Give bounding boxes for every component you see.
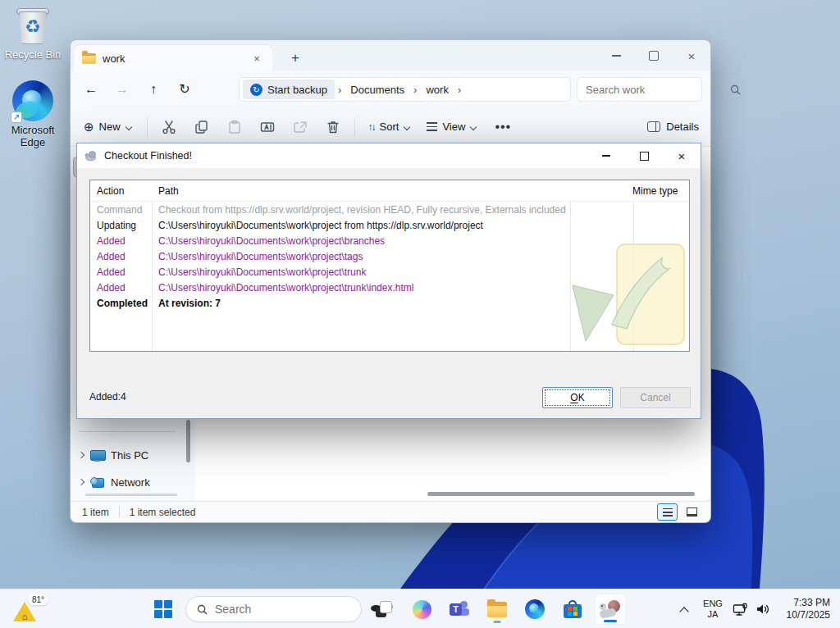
sidebar-item-this-pc[interactable]: This PC — [71, 445, 189, 465]
running-indicator — [494, 621, 501, 623]
column-header-mime-type[interactable]: Mime type — [626, 185, 689, 197]
store-icon — [564, 600, 582, 618]
this-pc-icon — [90, 450, 104, 461]
taskbar-clock[interactable]: 7:33 PM 10/7/2025 — [776, 597, 835, 621]
clock-date: 10/7/2025 — [776, 609, 830, 621]
view-button[interactable]: View — [418, 121, 485, 133]
dialog-table-rows: CommandCheckout from https://dlp.srv.wor… — [90, 202, 689, 311]
temperature-badge: 81° — [28, 594, 48, 605]
address-bar[interactable]: ↻ Start backup › Documents › work › — [239, 77, 571, 102]
network-tray-icon[interactable] — [730, 597, 750, 621]
new-tab-button[interactable]: + — [285, 50, 305, 66]
col-action: Added — [90, 235, 152, 247]
copilot-button[interactable] — [406, 594, 437, 625]
col-action: Added — [90, 266, 152, 278]
language-indicator[interactable]: ENG JA — [699, 598, 727, 620]
col-action: Added — [90, 251, 152, 262]
thumbnail-view-toggle[interactable] — [682, 503, 702, 521]
dialog-table-row[interactable]: CommandCheckout from https://dlp.srv.wor… — [90, 202, 689, 217]
recycle-symbol-icon: ♻ — [14, 15, 52, 39]
dialog-table-row[interactable]: AddedC:\Users\hiroyuki\Documents\work\pr… — [90, 264, 689, 280]
forward-button[interactable]: → — [112, 80, 133, 99]
cancel-button[interactable]: Cancel — [620, 387, 691, 408]
dialog-table-row[interactable]: CompletedAt revision: 7 — [90, 295, 689, 311]
edge-icon — [525, 599, 545, 619]
checkout-result-list[interactable]: Action Path Mime type CommandCheckout fr… — [89, 180, 690, 352]
taskbar-search-input[interactable] — [215, 603, 363, 616]
dialog-minimize-button[interactable] — [587, 143, 625, 168]
desktop-icon-recycle-bin[interactable]: ♻ Recycle Bin — [3, 7, 62, 61]
dialog-table-row[interactable]: AddedC:\Users\hiroyuki\Documents\work\pr… — [90, 248, 689, 264]
breadcrumb-work[interactable]: work — [420, 84, 454, 96]
refresh-button[interactable]: ↻ — [174, 80, 195, 99]
clipboard-icon — [226, 119, 243, 135]
ok-button[interactable]: OK — [542, 387, 613, 408]
list-header-row[interactable]: Action Path Mime type — [90, 180, 689, 202]
tab-close-icon[interactable]: × — [249, 52, 264, 65]
paste-button[interactable] — [218, 114, 251, 140]
delete-button[interactable] — [317, 114, 349, 140]
desktop-icon-label: Microsoft Edge — [3, 124, 62, 148]
window-close-button[interactable]: × — [673, 40, 710, 71]
explorer-status-bar: 1 item 1 item selected — [71, 501, 710, 522]
up-button[interactable]: ↑ — [143, 80, 164, 99]
more-options-button[interactable]: ••• — [485, 120, 521, 134]
dialog-close-button[interactable]: × — [663, 143, 701, 168]
taskbar-search-box[interactable] — [185, 596, 362, 622]
col-action: Updating — [90, 220, 152, 231]
new-button[interactable]: ⊕ New — [71, 120, 142, 134]
start-button[interactable] — [148, 594, 179, 625]
taskbar-weather-widget[interactable]: 81° — [11, 596, 49, 622]
tortoisesvn-icon — [84, 150, 98, 162]
chevron-down-icon — [126, 124, 132, 130]
chevron-expand-icon[interactable] — [78, 452, 84, 458]
share-button[interactable] — [284, 114, 317, 140]
window-maximize-button[interactable] — [635, 40, 673, 71]
explorer-tab-work[interactable]: work × — [74, 45, 272, 71]
rename-button[interactable] — [251, 114, 284, 140]
col-path: C:\Users\hiroyuki\Documents\work\project… — [152, 251, 626, 262]
sort-button[interactable]: ↑↓ Sort — [360, 121, 419, 133]
column-header-path[interactable]: Path — [152, 185, 626, 197]
edge-button[interactable] — [519, 594, 550, 625]
dialog-title-bar[interactable]: Checkout Finished! × — [77, 143, 701, 168]
microsoft-store-button[interactable] — [557, 594, 588, 625]
copy-button[interactable] — [185, 114, 218, 140]
dialog-table-row[interactable]: AddedC:\Users\hiroyuki\Documents\work\pr… — [90, 233, 689, 248]
navpane-horizontal-scrollbar[interactable] — [85, 494, 177, 496]
summary-text: Added:4 — [89, 391, 126, 403]
file-area-horizontal-scrollbar[interactable] — [427, 492, 695, 496]
language-line1: ENG — [699, 598, 727, 609]
desktop-icon-microsoft-edge[interactable]: ↗ Microsoft Edge — [3, 80, 62, 148]
sort-arrows-icon: ↑↓ — [368, 121, 375, 133]
window-minimize-button[interactable] — [597, 40, 635, 71]
scissors-icon — [161, 119, 177, 135]
teams-button[interactable]: T — [444, 594, 475, 625]
explorer-search-input[interactable] — [586, 84, 730, 96]
teams-icon: T — [450, 600, 469, 618]
breadcrumb-documents[interactable]: Documents — [345, 84, 410, 96]
tortoisesvn-button[interactable] — [595, 594, 626, 625]
col-action: Added — [90, 282, 152, 294]
column-header-action[interactable]: Action — [90, 185, 152, 197]
details-view-toggle[interactable] — [657, 503, 678, 521]
back-button[interactable]: ← — [80, 80, 102, 99]
dialog-table-row[interactable]: UpdatingC:\Users\hiroyuki\Documents\work… — [90, 217, 689, 233]
file-explorer-button[interactable] — [482, 594, 513, 625]
breadcrumb-start-backup[interactable]: ↻ Start backup — [243, 80, 335, 99]
share-icon — [292, 119, 308, 135]
dialog-table-row[interactable]: AddedC:\Users\hiroyuki\Documents\work\pr… — [90, 280, 689, 295]
cut-button[interactable] — [153, 114, 185, 140]
dialog-maximize-button[interactable] — [625, 143, 663, 168]
sidebar-item-network[interactable]: Network — [71, 472, 189, 492]
chevron-expand-icon[interactable] — [78, 479, 84, 485]
explorer-toolbar: ⊕ New ↑↓ — [71, 107, 710, 147]
navpane-vertical-scrollbar[interactable] — [186, 420, 190, 462]
details-pane-button[interactable]: Details — [647, 121, 699, 133]
tray-overflow-chevron[interactable] — [673, 597, 696, 621]
explorer-search-box[interactable] — [577, 77, 702, 102]
tortoisesvn-icon — [600, 600, 621, 618]
view-label: View — [442, 121, 465, 133]
volume-tray-icon[interactable] — [753, 597, 773, 621]
desktop: ♻ Recycle Bin ↗ Microsoft Edge work × + … — [0, 0, 840, 628]
